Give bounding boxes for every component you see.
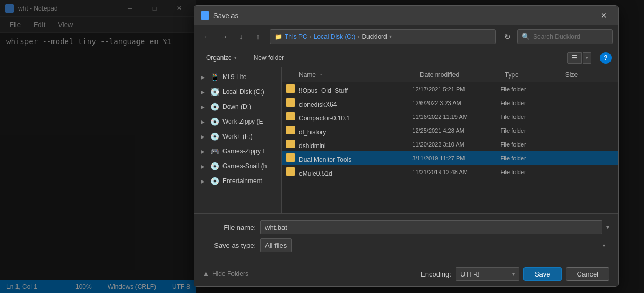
sidebar-item-workplus[interactable]: ▶ 💿 Work+ (F:) (194, 129, 281, 144)
sidebar-item-label: Mi 9 Lite (222, 73, 246, 81)
file-type: File folder (500, 114, 563, 120)
file-date: 12/6/2022 3:23 AM (412, 100, 500, 106)
savetype-select[interactable]: All files (260, 238, 292, 252)
filename-input[interactable] (260, 220, 602, 234)
sidebar-item-label: Games-Zippy I (222, 148, 264, 155)
sidebar-item-label: Games-Snail (h (222, 162, 267, 170)
column-header-name[interactable]: Name ↑ (286, 71, 420, 79)
folder-icon (286, 140, 295, 148)
encoding-select[interactable]: UTF-8 (456, 267, 519, 281)
column-header-size[interactable]: Size (565, 71, 614, 79)
file-date: 3/11/2019 11:27 PM (412, 155, 500, 161)
refresh-button[interactable]: ↻ (500, 29, 515, 44)
folder-icon (286, 167, 295, 176)
view-dropdown-icon[interactable]: ▾ (583, 52, 591, 64)
sidebar-item-mi9[interactable]: ▶ 📱 Mi 9 Lite (194, 70, 281, 84)
table-row[interactable]: dl_history 12/25/2021 4:28 AM File folde… (282, 124, 618, 137)
dialog-navbar: ← → ↓ ↑ 📁 This PC › Local Disk (C:) › Du… (194, 25, 618, 48)
organize-label: Organize (206, 54, 232, 62)
save-as-dialog: Save as ✕ ← → ↓ ↑ 📁 This PC › Local Disk… (194, 5, 619, 287)
sidebar-disk-icon: 💿 (210, 102, 219, 111)
breadcrumb-this-pc[interactable]: This PC (285, 33, 307, 40)
table-row[interactable]: !!Opus_Old_Stuff 12/17/2021 5:21 PM File… (282, 82, 618, 96)
dialog-close-button[interactable]: ✕ (596, 9, 612, 22)
dialog-icon (201, 11, 209, 20)
column-header-date[interactable]: Date modified (420, 71, 505, 79)
file-type: File folder (500, 169, 563, 175)
cancel-button[interactable]: Cancel (566, 267, 609, 281)
table-row[interactable]: Compactor-0.10.1 11/16/2022 11:19 AM Fil… (282, 110, 618, 124)
encoding-group: Encoding: UTF-8 ▾ (420, 267, 519, 281)
sidebar-item-localc[interactable]: ▶ 💽 Local Disk (C:) (194, 84, 281, 99)
file-name: dl_history (286, 126, 412, 136)
nav-up-button[interactable]: ↑ (251, 29, 265, 44)
breadcrumb-local-disk[interactable]: Local Disk (C:) (314, 33, 356, 40)
sidebar-expander-icon: ▶ (201, 178, 207, 184)
table-row[interactable]: dshidmini 11/20/2022 3:10 AM File folder (282, 137, 618, 151)
filelist-body: !!Opus_Old_Stuff 12/17/2021 5:21 PM File… (282, 82, 618, 213)
dialog-title: Save as (213, 12, 591, 20)
file-type: File folder (500, 86, 563, 92)
file-name: clonediskX64 (286, 98, 412, 108)
folder-icon (286, 112, 295, 120)
sidebar-item-down[interactable]: ▶ 💿 Down (D:) (194, 99, 281, 114)
organize-button[interactable]: Organize ▾ (201, 52, 242, 64)
file-date: 12/17/2021 5:21 PM (412, 86, 500, 92)
table-row[interactable]: clonediskX64 12/6/2022 3:23 AM File fold… (282, 96, 618, 110)
folder-icon (286, 153, 295, 162)
sidebar-expander-icon: ▶ (201, 89, 207, 95)
sidebar-device-icon: 📱 (210, 73, 219, 81)
folder-icon (286, 84, 295, 93)
nav-down-button[interactable]: ↓ (234, 29, 248, 44)
sidebar-item-games-snail[interactable]: ▶ 💿 Games-Snail (h (194, 159, 281, 174)
sort-arrow-icon: ↑ (320, 72, 322, 78)
new-folder-button[interactable]: New folder (248, 52, 289, 64)
sidebar-item-label: Entertainment (222, 177, 262, 185)
dialog-toolbar: Organize ▾ New folder ☰ ▾ ? (194, 48, 618, 67)
sidebar-item-games-zippy[interactable]: ▶ 🎮 Games-Zippy I (194, 144, 281, 159)
sidebar-disk-icon: 💿 (210, 117, 219, 126)
nav-forward-button[interactable]: → (217, 29, 231, 44)
view-button[interactable]: ☰ (567, 52, 582, 64)
file-name: eMule0.51d (286, 167, 412, 177)
savetype-row: Save as type: All files ▾ (203, 238, 609, 252)
save-button[interactable]: Save (523, 267, 562, 281)
hide-folders-icon: ▲ (203, 270, 209, 278)
sidebar-expander-icon: ▶ (201, 163, 207, 169)
help-button[interactable]: ? (600, 52, 612, 64)
sidebar-expander-icon: ▶ (201, 104, 207, 110)
sidebar-expander-icon: ▶ (201, 149, 207, 154)
file-type: File folder (500, 155, 563, 161)
dialog-main: ▶ 📱 Mi 9 Lite ▶ 💽 Local Disk (C:) ▶ 💿 Do… (194, 67, 618, 213)
nav-back-button[interactable]: ← (200, 29, 214, 44)
savetype-select-wrapper: All files ▾ (260, 238, 609, 252)
file-date: 11/16/2022 11:19 AM (412, 114, 500, 120)
savetype-dropdown-icon: ▾ (603, 243, 605, 248)
sidebar-item-work-zippy[interactable]: ▶ 💿 Work-Zippy (E (194, 114, 281, 129)
file-date: 12/25/2021 4:28 AM (412, 127, 500, 134)
file-date: 11/21/2019 12:48 AM (412, 169, 500, 175)
sidebar-item-entertainment[interactable]: ▶ 💿 Entertainment (194, 174, 281, 188)
savetype-label: Save as type: (203, 242, 256, 249)
table-row[interactable]: Dual Monitor Tools 3/11/2019 11:27 PM Fi… (282, 151, 618, 165)
file-type: File folder (500, 127, 563, 134)
encoding-select-wrapper: UTF-8 ▾ (456, 267, 519, 281)
organize-chevron-icon: ▾ (234, 55, 237, 61)
folder-icon (286, 126, 295, 134)
breadcrumb-bar: 📁 This PC › Local Disk (C:) › Ducklord ▾ (270, 29, 496, 44)
sidebar-item-label: Work-Zippy (E (222, 118, 263, 125)
breadcrumb-expand-icon[interactable]: ▾ (389, 33, 392, 39)
sidebar-expander-icon: ▶ (201, 74, 207, 80)
hide-folders-label: Hide Folders (212, 270, 248, 278)
table-row[interactable]: eMule0.51d 11/21/2019 12:48 AM File fold… (282, 165, 618, 179)
filelist-header: Name ↑ Date modified Type Size (282, 67, 618, 82)
dialog-footer: ▲ Hide Folders Encoding: UTF-8 ▾ Save Ca… (194, 263, 618, 286)
filename-dropdown-icon[interactable]: ▾ (606, 223, 609, 231)
search-input[interactable] (533, 33, 613, 40)
breadcrumb-ducklord[interactable]: Ducklord (362, 33, 387, 40)
folder-icon (286, 98, 295, 107)
encoding-label: Encoding: (420, 270, 451, 278)
dialog-sidebar: ▶ 📱 Mi 9 Lite ▶ 💽 Local Disk (C:) ▶ 💿 Do… (194, 67, 282, 213)
column-header-type[interactable]: Type (505, 71, 565, 79)
hide-folders-button[interactable]: ▲ Hide Folders (203, 270, 416, 278)
